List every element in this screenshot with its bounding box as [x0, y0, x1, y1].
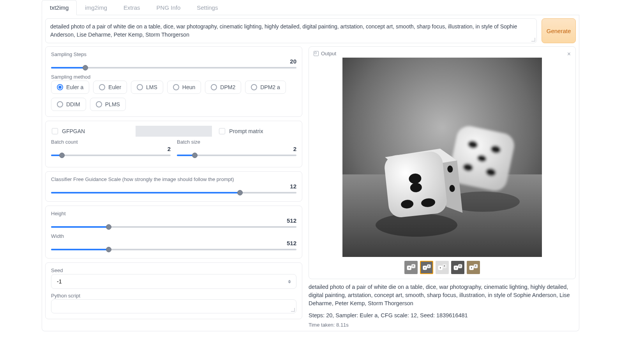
radio-icon [137, 84, 143, 90]
output-thumbnails [311, 257, 573, 276]
radio-icon [173, 84, 179, 90]
tabs: txt2img img2img Extras PNG Info Settings [42, 0, 579, 15]
sampler-option-label: DPM2 [220, 84, 235, 90]
tab-settings[interactable]: Settings [189, 0, 226, 15]
svg-point-38 [475, 266, 476, 266]
sampler-option-plms[interactable]: PLMS [90, 98, 126, 111]
seed-input[interactable] [51, 274, 296, 289]
height-label: Height [51, 211, 296, 216]
chevron-down-icon [288, 282, 291, 283]
output-thumbnail[interactable] [420, 261, 433, 274]
prompt-matrix-label: Prompt matrix [229, 128, 263, 134]
svg-point-33 [455, 267, 456, 268]
svg-point-29 [440, 267, 441, 268]
prompt-matrix-checkbox[interactable]: Prompt matrix [218, 126, 296, 137]
batch-size-label: Batch size [177, 139, 296, 145]
height-value: 512 [51, 217, 296, 224]
close-icon[interactable]: × [567, 51, 571, 58]
sampling-method-label: Sampling method [51, 74, 296, 80]
radio-icon [57, 84, 63, 90]
sampler-option-label: Heun [182, 84, 195, 90]
sampler-option-label: Euler a [66, 84, 83, 90]
python-script-label: Python script [51, 293, 296, 299]
checkbox-icon [219, 128, 225, 134]
sampler-option-dpm2[interactable]: DPM2 [205, 81, 241, 94]
batch-count-label: Batch count [51, 139, 171, 145]
svg-point-26 [428, 266, 429, 266]
width-value: 512 [51, 240, 296, 246]
output-label: Output [321, 51, 336, 56]
svg-point-30 [444, 266, 445, 266]
cfg-label: Classifier Free Guidance Scale (how stro… [51, 176, 296, 182]
gfpgan-checkbox[interactable]: GFPGAN [51, 126, 129, 137]
sampler-option-lms[interactable]: LMS [131, 81, 163, 94]
seed-stepper[interactable] [288, 278, 293, 285]
radio-icon [57, 101, 63, 107]
output-meta-prompt: detailed photo of a pair of white die on… [309, 283, 576, 308]
tab-txt2img[interactable]: txt2img [42, 0, 77, 15]
svg-point-21 [409, 267, 409, 268]
svg-point-37 [471, 267, 472, 268]
batch-size-value: 2 [177, 146, 296, 152]
tab-extras[interactable]: Extras [115, 0, 148, 15]
svg-point-34 [460, 266, 460, 266]
sampler-option-euler[interactable]: Euler [93, 81, 127, 94]
sampling-steps-label: Sampling Steps [51, 51, 296, 57]
output-image[interactable] [342, 58, 542, 257]
batch-count-value: 2 [51, 146, 171, 152]
sampler-option-label: LMS [146, 84, 157, 90]
batch-size-slider[interactable] [177, 152, 296, 158]
sampler-option-label: DPM2 a [260, 84, 280, 90]
batch-count-slider[interactable] [51, 152, 171, 158]
output-time-taken: Time taken: 8.11s [309, 322, 576, 328]
width-label: Width [51, 233, 296, 239]
sampler-option-label: PLMS [105, 101, 120, 107]
width-slider[interactable] [51, 246, 296, 253]
output-thumbnail[interactable] [451, 261, 464, 274]
sampling-steps-slider[interactable] [51, 65, 296, 71]
seed-label: Seed [51, 267, 296, 273]
sampler-option-label: DDIM [66, 101, 80, 107]
sampler-option-label: Euler [108, 84, 121, 90]
radio-icon [99, 84, 105, 90]
svg-point-22 [413, 266, 414, 266]
cfg-value: 12 [51, 183, 296, 190]
svg-point-25 [424, 267, 425, 268]
chevron-up-icon [288, 280, 291, 281]
output-thumbnail[interactable] [467, 261, 480, 274]
output-meta-params: Steps: 20, Sampler: Euler a, CFG scale: … [309, 311, 576, 320]
output-thumbnail[interactable] [436, 261, 449, 274]
sampler-option-ddim[interactable]: DDIM [51, 98, 86, 111]
radio-icon [211, 84, 217, 90]
python-script-input[interactable] [51, 299, 296, 313]
tab-img2img[interactable]: img2img [77, 0, 115, 15]
tab-png-info[interactable]: PNG Info [148, 0, 189, 15]
radio-icon [251, 84, 257, 90]
height-slider[interactable] [51, 224, 296, 230]
generate-button[interactable]: Generate [542, 18, 576, 43]
sampler-option-heun[interactable]: Heun [167, 81, 201, 94]
checkbox-icon [52, 128, 58, 134]
sampling-steps-value: 20 [51, 58, 296, 65]
output-thumbnail[interactable] [404, 261, 418, 274]
sampling-method-group: Euler aEulerLMSHeunDPM2DPM2 aDDIMPLMS [51, 81, 296, 111]
radio-icon [96, 101, 102, 107]
svg-point-2 [376, 213, 457, 237]
prompt-input[interactable]: detailed photo of a pair of white die on… [45, 18, 537, 43]
image-icon [314, 51, 319, 56]
sampler-option-euler-a[interactable]: Euler a [51, 81, 89, 94]
cfg-slider[interactable] [51, 190, 296, 196]
sampler-option-dpm2-a[interactable]: DPM2 a [245, 81, 286, 94]
gfpgan-label: GFPGAN [62, 128, 85, 134]
